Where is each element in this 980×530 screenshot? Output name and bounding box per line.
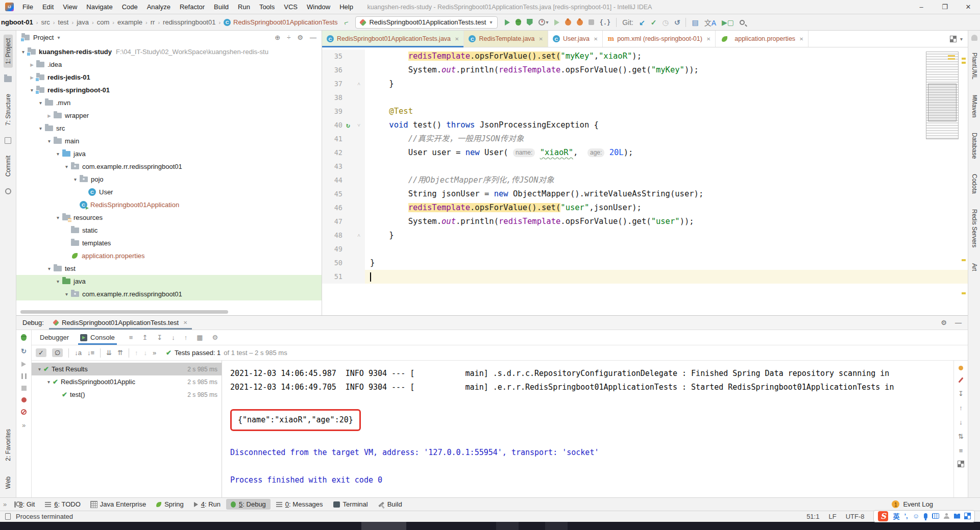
tree-item-user[interactable]: CUser xyxy=(16,186,322,198)
collapse-all-button[interactable]: ÷ xyxy=(287,34,290,41)
git-update-button[interactable]: ↙ xyxy=(639,18,645,27)
swap-button[interactable]: ⇅ xyxy=(958,433,964,440)
tool-stripe-web[interactable]: Web xyxy=(4,473,13,492)
debug-settings-gear-icon[interactable]: ⚙ xyxy=(941,319,947,326)
maximize-button[interactable]: ❐ xyxy=(933,0,957,14)
tree-item-test[interactable]: ▼test xyxy=(16,262,322,275)
test-result-test-[interactable]: ✔test()2 s 985 ms xyxy=(32,388,222,401)
project-view-selector[interactable]: Project xyxy=(33,34,54,41)
tree-chevron-icon[interactable]: ▼ xyxy=(37,126,44,131)
tree-chevron-icon[interactable]: ▼ xyxy=(45,139,53,144)
close-button[interactable]: ✕ xyxy=(957,0,980,14)
tree-item--mvn[interactable]: ▼.mvn xyxy=(16,96,322,109)
toolwindow-button-git[interactable]: 9: Git xyxy=(10,499,39,510)
microphone-icon[interactable] xyxy=(924,513,927,519)
fold-marker-icon[interactable]: ˅ xyxy=(354,118,364,132)
hide-panel-button[interactable]: — xyxy=(310,34,316,41)
line-ending-indicator[interactable]: LF xyxy=(828,513,836,520)
toolwindow-button-java-enterprise[interactable]: Java Enterprise xyxy=(86,499,151,510)
tree-item-com-example-rr-redisspringboot01[interactable]: ▼com.example.rr.redisspringboot01 xyxy=(16,160,322,173)
breadcrumb-item[interactable]: example xyxy=(116,18,143,26)
debug-button[interactable] xyxy=(516,19,521,26)
tree-chevron-icon[interactable]: ▼ xyxy=(71,177,79,182)
encoding-indicator[interactable]: UTF-8 xyxy=(846,513,865,520)
tree-item-application-properties[interactable]: application.properties xyxy=(16,249,322,262)
tool-stripe-commit[interactable]: Commit xyxy=(4,152,13,180)
menu-vcs[interactable]: VCS xyxy=(279,0,302,14)
breadcrumb-item[interactable]: rr xyxy=(150,18,156,26)
run-test-gutter-icon[interactable]: ↻ xyxy=(342,118,354,132)
breadcrumb-item[interactable]: ngboot-01 xyxy=(0,18,34,26)
taskbar-button[interactable] xyxy=(361,522,406,530)
fold-marker-icon[interactable]: ˄ xyxy=(354,229,364,242)
editor-tab-application-properties[interactable]: application.properties✕ xyxy=(716,31,808,47)
restore-layout-icon[interactable]: ↥ xyxy=(142,334,148,341)
tree-item-resources[interactable]: ▼resources xyxy=(16,211,322,224)
menu-build[interactable]: Build xyxy=(209,0,233,14)
tree-chevron-icon[interactable]: ▼ xyxy=(54,152,62,157)
fold-marker-icon[interactable]: ˄ xyxy=(354,77,364,91)
editor-tab-redistemplate-java[interactable]: CRedisTemplate.java✕ xyxy=(464,31,548,47)
tool-stripe-redis-servers[interactable]: Redis Servers xyxy=(970,206,979,251)
sort-alphabetically-button[interactable]: ↓a xyxy=(75,349,82,357)
record-icon[interactable] xyxy=(959,366,963,370)
breadcrumb-item[interactable]: src xyxy=(40,18,51,26)
translate-button[interactable]: 文A xyxy=(704,17,716,28)
menu-file[interactable]: File xyxy=(18,0,38,14)
menu-view[interactable]: View xyxy=(58,0,82,14)
tree-item-src[interactable]: ▼src xyxy=(16,122,322,135)
git-commit-button[interactable]: ✓ xyxy=(651,18,657,27)
move-down-icon[interactable]: ↧ xyxy=(157,334,162,341)
tree-item-com-example-rr-redisspringboot01[interactable]: ▼com.example.rr.redisspringboot01 xyxy=(16,288,322,300)
view-grid-icon[interactable]: ▦ xyxy=(197,334,203,341)
code-editor[interactable]: 35 redisTemplate.opsForValue().set("myKe… xyxy=(322,47,968,315)
breadcrumb-item[interactable]: CRedisSpringboot01ApplicationTests xyxy=(223,18,339,26)
soft-wrap-button[interactable]: ≡ xyxy=(959,447,963,455)
tree-item-redis-jedis-01[interactable]: ▶redis-jedis-01 xyxy=(16,71,322,84)
pause-button[interactable] xyxy=(21,373,27,379)
ime-emoji-button[interactable]: ☺ xyxy=(913,512,919,520)
debug-hide-button[interactable]: — xyxy=(955,319,962,326)
tree-chevron-icon[interactable]: ▼ xyxy=(36,367,43,372)
scroll-down-button[interactable]: ↧ xyxy=(958,390,964,397)
tree-item-kuangshen-redis-study[interactable]: ▼kuangshen-redis-studyF:\04_IT-Study\02_… xyxy=(16,45,322,58)
profiler-orange-icon[interactable] xyxy=(565,19,571,26)
menu-run[interactable]: Run xyxy=(233,0,255,14)
split-view-button[interactable] xyxy=(958,461,964,467)
tool-stripe-2-favorites[interactable]: 2: Favorites xyxy=(4,425,13,465)
toolwindow-button-run[interactable]: 4: Run xyxy=(189,499,225,510)
tree-item-main[interactable]: ▼main xyxy=(16,135,322,147)
profiler-orange2-icon[interactable] xyxy=(577,19,583,26)
search-everywhere-icon[interactable] xyxy=(740,20,745,25)
mute-breakpoints-button[interactable] xyxy=(21,409,27,415)
folder-icon[interactable] xyxy=(4,76,12,82)
view-options-icon[interactable]: ⚙ xyxy=(212,334,218,341)
tree-item-java[interactable]: ▼java xyxy=(16,147,322,160)
debug-session-tab[interactable]: RedisSpringboot01ApplicationTests.test ✕ xyxy=(49,316,192,330)
breadcrumb-item[interactable]: java xyxy=(76,18,90,26)
test-result-redisspringboot01applic[interactable]: ▼✔RedisSpringboot01Applic2 s 985 ms xyxy=(32,375,222,388)
tree-chevron-icon[interactable]: ▼ xyxy=(63,164,70,169)
tool-stripe-plantuml[interactable]: PlantUML xyxy=(970,49,979,83)
tree-item-pojo[interactable]: ▼pojo xyxy=(16,173,322,186)
skin-icon[interactable] xyxy=(954,514,960,519)
tree-chevron-icon[interactable]: ▼ xyxy=(45,380,53,385)
project-horizontal-scrollbar[interactable] xyxy=(20,310,228,314)
tree-chevron-icon[interactable]: ▼ xyxy=(19,49,27,55)
run-button[interactable] xyxy=(505,19,510,26)
show-ignored-toggle[interactable]: ∅ xyxy=(52,348,63,357)
tab-console[interactable]: ▶Console xyxy=(75,330,120,345)
git-history-button[interactable]: ◷ xyxy=(662,18,668,27)
tree-item-templates[interactable]: templates xyxy=(16,237,322,249)
structure-grid-icon[interactable] xyxy=(5,137,11,144)
taskbar-button[interactable] xyxy=(496,522,519,530)
toolwindow-button-build[interactable]: Build xyxy=(374,499,407,510)
sogou-logo-icon[interactable]: S xyxy=(878,511,888,521)
close-icon[interactable]: ✕ xyxy=(799,36,803,42)
editor-tab-pom-xml-redis-springboot-01-[interactable]: mpom.xml (redis-springboot-01)✕ xyxy=(603,31,716,47)
resume-button[interactable] xyxy=(21,362,26,367)
tree-item-java[interactable]: ▼java xyxy=(16,275,322,288)
tree-chevron-icon[interactable]: ▼ xyxy=(63,292,70,297)
build-icon[interactable]: ⌐ xyxy=(343,17,350,27)
stop-process-button[interactable] xyxy=(21,386,27,391)
